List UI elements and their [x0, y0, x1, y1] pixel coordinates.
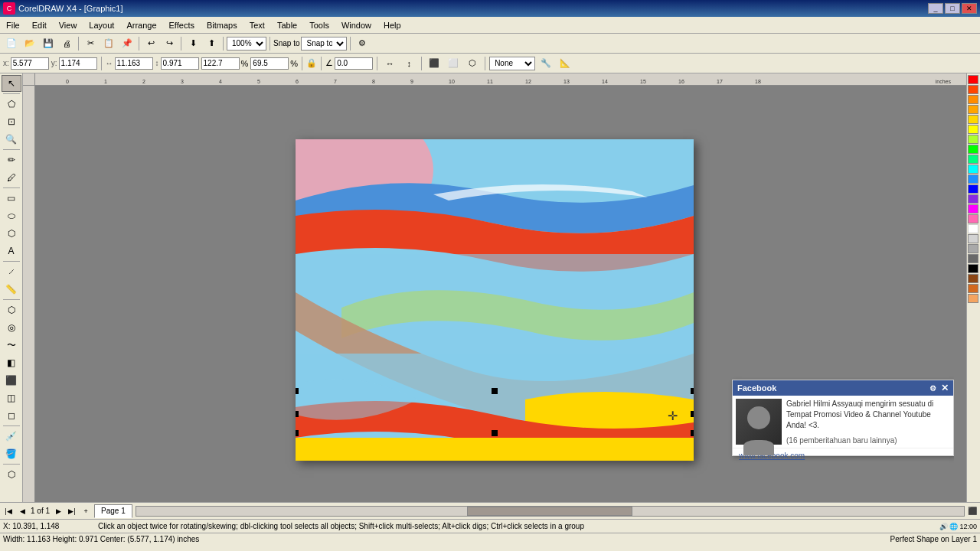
- palette-color-dodgerblue[interactable]: [968, 174, 978, 184]
- palette-color-yellowgreen[interactable]: [968, 135, 978, 144]
- menu-bitmaps[interactable]: Bitmaps: [201, 19, 243, 31]
- distribute-button[interactable]: ⬜: [445, 56, 462, 71]
- snap-to-select[interactable]: Snap to: [301, 37, 347, 51]
- canvas-surface[interactable]: ✛ Facebook ⚙ ✕: [35, 86, 954, 502]
- palette-color-darkgray[interactable]: [968, 254, 978, 263]
- palette-color-lightgray[interactable]: [968, 234, 978, 243]
- last-page-button[interactable]: ▶|: [67, 506, 77, 517]
- freehand-tool[interactable]: ✏: [2, 152, 21, 168]
- redo-button[interactable]: ↪: [161, 36, 178, 51]
- interactive-fill[interactable]: ⬡: [2, 466, 21, 483]
- extrude-tool[interactable]: ◫: [2, 390, 21, 406]
- prev-page-button[interactable]: ◀: [17, 506, 28, 517]
- handle-bc[interactable]: [492, 430, 498, 436]
- first-page-button[interactable]: |◀: [3, 506, 14, 517]
- handle-ml[interactable]: [296, 411, 299, 417]
- extra-btn2[interactable]: 📐: [557, 56, 573, 71]
- distort-tool[interactable]: 〜: [2, 337, 21, 354]
- fb-close-icon[interactable]: ✕: [941, 383, 949, 393]
- save-button[interactable]: 💾: [40, 36, 57, 51]
- close-button[interactable]: ✕: [962, 3, 977, 14]
- none-select[interactable]: None: [489, 57, 535, 70]
- options-button[interactable]: ⚙: [354, 36, 371, 51]
- palette-color-tan[interactable]: [968, 294, 978, 303]
- copy-button[interactable]: 📋: [100, 36, 117, 51]
- menu-view[interactable]: View: [53, 19, 83, 31]
- connector-tool[interactable]: ⟋: [2, 263, 21, 280]
- palette-color-cyan[interactable]: [968, 165, 978, 174]
- measure-tool[interactable]: 📏: [2, 281, 21, 298]
- palette-color-pink[interactable]: [968, 214, 978, 223]
- canvas-area[interactable]: 0 1 2 3 4 5 6 7 8 9 10 11 12 13 14 15 16…: [23, 73, 966, 502]
- paste-button[interactable]: 📌: [119, 36, 136, 51]
- palette-color-saddlebrown[interactable]: [968, 274, 978, 283]
- x-input[interactable]: [11, 57, 49, 70]
- menu-table[interactable]: Table: [271, 19, 303, 31]
- palette-color-magenta[interactable]: [968, 204, 978, 214]
- h-percent-input[interactable]: [250, 57, 289, 70]
- blend-tool[interactable]: ⬡: [2, 302, 21, 318]
- extra-btn1[interactable]: 🔧: [537, 56, 554, 71]
- ellipse-tool[interactable]: ⬭: [2, 207, 21, 224]
- menu-layout[interactable]: Layout: [83, 19, 120, 31]
- new-button[interactable]: 📄: [3, 36, 20, 51]
- handle-mr[interactable]: [691, 411, 694, 417]
- handle-tl[interactable]: [296, 388, 299, 394]
- menu-file[interactable]: File: [0, 19, 26, 31]
- mirror-h-button[interactable]: ↔: [381, 56, 398, 71]
- menu-tools[interactable]: Tools: [303, 19, 335, 31]
- fill-tool[interactable]: 🪣: [2, 445, 21, 462]
- polygon-tool[interactable]: ⬡: [2, 225, 21, 242]
- palette-color-green[interactable]: [968, 145, 978, 154]
- palette-color-chocolate[interactable]: [968, 284, 978, 293]
- width-input[interactable]: [115, 57, 153, 70]
- import-button[interactable]: ⬇: [185, 36, 201, 51]
- smartdraw-tool[interactable]: 🖊: [2, 169, 21, 186]
- envelope-tool[interactable]: ⬛: [2, 372, 21, 389]
- align-button[interactable]: ⬛: [426, 56, 443, 71]
- palette-color-orange[interactable]: [968, 95, 978, 104]
- shape-tool[interactable]: ⬠: [2, 96, 21, 112]
- palette-color-gray[interactable]: [968, 244, 978, 253]
- zoom-tool[interactable]: 🔍: [2, 131, 21, 148]
- transparency-tool[interactable]: ◻: [2, 407, 21, 424]
- shadow-tool[interactable]: ◧: [2, 354, 21, 371]
- handle-tc[interactable]: [492, 388, 498, 394]
- palette-color-blue[interactable]: [968, 184, 978, 194]
- export-button[interactable]: ⬆: [203, 36, 220, 51]
- menu-text[interactable]: Text: [243, 19, 271, 31]
- palette-color-red[interactable]: [968, 75, 978, 84]
- height-input[interactable]: [161, 57, 199, 70]
- palette-color-purple[interactable]: [968, 194, 978, 204]
- palette-color-gold[interactable]: [968, 115, 978, 124]
- crop-tool[interactable]: ⊡: [2, 113, 21, 130]
- handle-br[interactable]: [691, 430, 694, 436]
- angle-input[interactable]: [335, 57, 373, 70]
- minimize-button[interactable]: _: [928, 3, 943, 14]
- text-tool[interactable]: A: [2, 243, 21, 259]
- palette-color-white[interactable]: [968, 224, 978, 233]
- fb-gear-icon[interactable]: ⚙: [929, 384, 936, 393]
- horizontal-scrollbar[interactable]: [136, 506, 965, 517]
- print-button[interactable]: 🖨: [58, 36, 75, 51]
- mirror-v-button[interactable]: ↕: [400, 56, 417, 71]
- next-page-button[interactable]: ▶: [53, 506, 64, 517]
- transform-button[interactable]: ⬡: [464, 56, 481, 71]
- palette-color-black[interactable]: [968, 264, 978, 273]
- w-percent-input[interactable]: [201, 57, 240, 70]
- menu-arrange[interactable]: Arrange: [120, 19, 162, 31]
- cut-button[interactable]: ✂: [82, 36, 99, 51]
- handle-bl[interactable]: [296, 430, 299, 436]
- palette-color-yellow[interactable]: [968, 125, 978, 134]
- handle-tr[interactable]: [691, 388, 694, 394]
- undo-button[interactable]: ↩: [142, 36, 159, 51]
- menu-edit[interactable]: Edit: [26, 19, 53, 31]
- menu-window[interactable]: Window: [335, 19, 377, 31]
- add-page-button[interactable]: +: [80, 506, 91, 517]
- open-button[interactable]: 📂: [21, 36, 38, 51]
- palette-color-lightorange[interactable]: [968, 105, 978, 114]
- menu-help[interactable]: Help: [377, 19, 407, 31]
- document-page[interactable]: ✛: [296, 139, 694, 461]
- contour-tool[interactable]: ◎: [2, 319, 21, 336]
- palette-color-springgreen[interactable]: [968, 155, 978, 164]
